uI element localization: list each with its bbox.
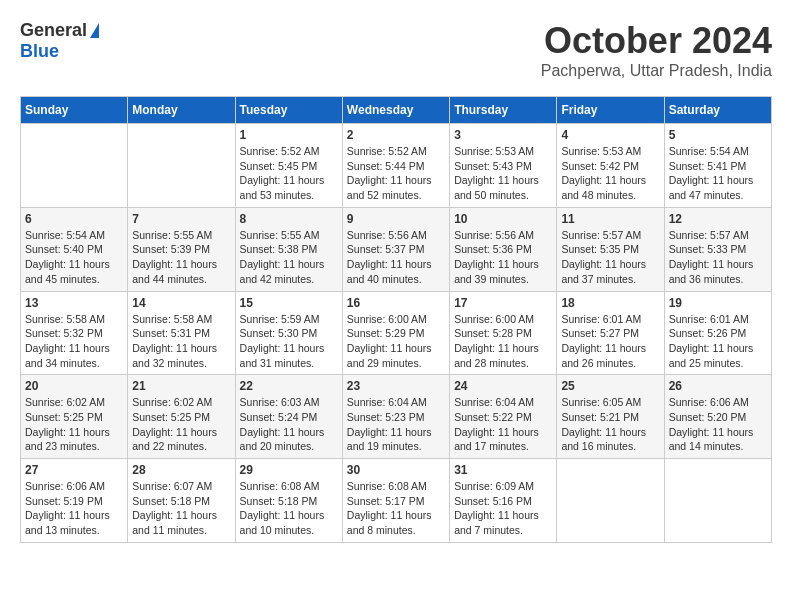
day-number: 26 xyxy=(669,379,767,393)
calendar-day-cell: 20Sunrise: 6:02 AMSunset: 5:25 PMDayligh… xyxy=(21,375,128,459)
day-number: 3 xyxy=(454,128,552,142)
day-info: Sunrise: 5:52 AMSunset: 5:45 PMDaylight:… xyxy=(240,144,338,203)
day-number: 2 xyxy=(347,128,445,142)
calendar-day-cell: 28Sunrise: 6:07 AMSunset: 5:18 PMDayligh… xyxy=(128,459,235,543)
logo-general-text: General xyxy=(20,20,87,41)
calendar-day-cell xyxy=(557,459,664,543)
calendar-day-cell: 8Sunrise: 5:55 AMSunset: 5:38 PMDaylight… xyxy=(235,207,342,291)
day-number: 31 xyxy=(454,463,552,477)
day-number: 23 xyxy=(347,379,445,393)
day-number: 29 xyxy=(240,463,338,477)
day-number: 11 xyxy=(561,212,659,226)
day-info: Sunrise: 5:54 AMSunset: 5:40 PMDaylight:… xyxy=(25,228,123,287)
day-number: 14 xyxy=(132,296,230,310)
calendar-day-cell: 24Sunrise: 6:04 AMSunset: 5:22 PMDayligh… xyxy=(450,375,557,459)
month-title: October 2024 xyxy=(541,20,772,62)
calendar-table: SundayMondayTuesdayWednesdayThursdayFrid… xyxy=(20,96,772,543)
day-info: Sunrise: 6:00 AMSunset: 5:29 PMDaylight:… xyxy=(347,312,445,371)
day-of-week-header: Monday xyxy=(128,97,235,124)
day-of-week-header: Saturday xyxy=(664,97,771,124)
day-number: 27 xyxy=(25,463,123,477)
calendar-day-cell: 1Sunrise: 5:52 AMSunset: 5:45 PMDaylight… xyxy=(235,124,342,208)
calendar-day-cell: 9Sunrise: 5:56 AMSunset: 5:37 PMDaylight… xyxy=(342,207,449,291)
day-info: Sunrise: 5:58 AMSunset: 5:31 PMDaylight:… xyxy=(132,312,230,371)
calendar-day-cell xyxy=(128,124,235,208)
day-info: Sunrise: 6:09 AMSunset: 5:16 PMDaylight:… xyxy=(454,479,552,538)
calendar-day-cell: 30Sunrise: 6:08 AMSunset: 5:17 PMDayligh… xyxy=(342,459,449,543)
logo-blue-text: Blue xyxy=(20,41,59,61)
calendar-day-cell: 2Sunrise: 5:52 AMSunset: 5:44 PMDaylight… xyxy=(342,124,449,208)
day-info: Sunrise: 5:59 AMSunset: 5:30 PMDaylight:… xyxy=(240,312,338,371)
calendar-day-cell: 21Sunrise: 6:02 AMSunset: 5:25 PMDayligh… xyxy=(128,375,235,459)
day-number: 25 xyxy=(561,379,659,393)
day-of-week-header: Wednesday xyxy=(342,97,449,124)
day-number: 19 xyxy=(669,296,767,310)
day-info: Sunrise: 5:53 AMSunset: 5:42 PMDaylight:… xyxy=(561,144,659,203)
calendar-day-cell xyxy=(664,459,771,543)
day-number: 20 xyxy=(25,379,123,393)
day-number: 24 xyxy=(454,379,552,393)
logo: General Blue xyxy=(20,20,99,62)
day-number: 17 xyxy=(454,296,552,310)
calendar-week-row: 6Sunrise: 5:54 AMSunset: 5:40 PMDaylight… xyxy=(21,207,772,291)
day-number: 15 xyxy=(240,296,338,310)
day-info: Sunrise: 5:58 AMSunset: 5:32 PMDaylight:… xyxy=(25,312,123,371)
day-number: 16 xyxy=(347,296,445,310)
calendar-day-cell: 15Sunrise: 5:59 AMSunset: 5:30 PMDayligh… xyxy=(235,291,342,375)
day-of-week-header: Sunday xyxy=(21,97,128,124)
calendar-week-row: 1Sunrise: 5:52 AMSunset: 5:45 PMDaylight… xyxy=(21,124,772,208)
day-number: 5 xyxy=(669,128,767,142)
calendar-day-cell: 5Sunrise: 5:54 AMSunset: 5:41 PMDaylight… xyxy=(664,124,771,208)
day-number: 9 xyxy=(347,212,445,226)
day-info: Sunrise: 6:00 AMSunset: 5:28 PMDaylight:… xyxy=(454,312,552,371)
calendar-day-cell: 19Sunrise: 6:01 AMSunset: 5:26 PMDayligh… xyxy=(664,291,771,375)
calendar-week-row: 13Sunrise: 5:58 AMSunset: 5:32 PMDayligh… xyxy=(21,291,772,375)
calendar-day-cell: 16Sunrise: 6:00 AMSunset: 5:29 PMDayligh… xyxy=(342,291,449,375)
day-number: 4 xyxy=(561,128,659,142)
day-info: Sunrise: 5:53 AMSunset: 5:43 PMDaylight:… xyxy=(454,144,552,203)
day-info: Sunrise: 6:08 AMSunset: 5:17 PMDaylight:… xyxy=(347,479,445,538)
calendar-day-cell: 17Sunrise: 6:00 AMSunset: 5:28 PMDayligh… xyxy=(450,291,557,375)
day-number: 13 xyxy=(25,296,123,310)
day-info: Sunrise: 6:01 AMSunset: 5:26 PMDaylight:… xyxy=(669,312,767,371)
day-number: 12 xyxy=(669,212,767,226)
calendar-day-cell: 23Sunrise: 6:04 AMSunset: 5:23 PMDayligh… xyxy=(342,375,449,459)
day-number: 22 xyxy=(240,379,338,393)
day-number: 30 xyxy=(347,463,445,477)
calendar-day-cell: 14Sunrise: 5:58 AMSunset: 5:31 PMDayligh… xyxy=(128,291,235,375)
day-info: Sunrise: 6:03 AMSunset: 5:24 PMDaylight:… xyxy=(240,395,338,454)
calendar-day-cell: 7Sunrise: 5:55 AMSunset: 5:39 PMDaylight… xyxy=(128,207,235,291)
day-info: Sunrise: 6:02 AMSunset: 5:25 PMDaylight:… xyxy=(132,395,230,454)
calendar-header-row: SundayMondayTuesdayWednesdayThursdayFrid… xyxy=(21,97,772,124)
calendar-day-cell: 10Sunrise: 5:56 AMSunset: 5:36 PMDayligh… xyxy=(450,207,557,291)
calendar-day-cell: 22Sunrise: 6:03 AMSunset: 5:24 PMDayligh… xyxy=(235,375,342,459)
day-of-week-header: Tuesday xyxy=(235,97,342,124)
calendar-day-cell: 4Sunrise: 5:53 AMSunset: 5:42 PMDaylight… xyxy=(557,124,664,208)
day-number: 10 xyxy=(454,212,552,226)
day-info: Sunrise: 6:02 AMSunset: 5:25 PMDaylight:… xyxy=(25,395,123,454)
calendar-week-row: 20Sunrise: 6:02 AMSunset: 5:25 PMDayligh… xyxy=(21,375,772,459)
logo-arrow-icon xyxy=(90,23,99,38)
day-of-week-header: Thursday xyxy=(450,97,557,124)
location-title: Pachperwa, Uttar Pradesh, India xyxy=(541,62,772,80)
day-info: Sunrise: 6:06 AMSunset: 5:20 PMDaylight:… xyxy=(669,395,767,454)
day-number: 28 xyxy=(132,463,230,477)
calendar-day-cell: 26Sunrise: 6:06 AMSunset: 5:20 PMDayligh… xyxy=(664,375,771,459)
day-info: Sunrise: 5:52 AMSunset: 5:44 PMDaylight:… xyxy=(347,144,445,203)
calendar-day-cell: 25Sunrise: 6:05 AMSunset: 5:21 PMDayligh… xyxy=(557,375,664,459)
calendar-day-cell: 12Sunrise: 5:57 AMSunset: 5:33 PMDayligh… xyxy=(664,207,771,291)
calendar-week-row: 27Sunrise: 6:06 AMSunset: 5:19 PMDayligh… xyxy=(21,459,772,543)
day-info: Sunrise: 5:55 AMSunset: 5:38 PMDaylight:… xyxy=(240,228,338,287)
day-info: Sunrise: 5:55 AMSunset: 5:39 PMDaylight:… xyxy=(132,228,230,287)
calendar-day-cell: 18Sunrise: 6:01 AMSunset: 5:27 PMDayligh… xyxy=(557,291,664,375)
day-info: Sunrise: 6:04 AMSunset: 5:22 PMDaylight:… xyxy=(454,395,552,454)
calendar-day-cell: 11Sunrise: 5:57 AMSunset: 5:35 PMDayligh… xyxy=(557,207,664,291)
day-info: Sunrise: 5:57 AMSunset: 5:33 PMDaylight:… xyxy=(669,228,767,287)
day-of-week-header: Friday xyxy=(557,97,664,124)
day-number: 1 xyxy=(240,128,338,142)
page-header: General Blue October 2024 Pachperwa, Utt… xyxy=(20,20,772,80)
day-info: Sunrise: 6:01 AMSunset: 5:27 PMDaylight:… xyxy=(561,312,659,371)
calendar-day-cell: 27Sunrise: 6:06 AMSunset: 5:19 PMDayligh… xyxy=(21,459,128,543)
day-info: Sunrise: 6:04 AMSunset: 5:23 PMDaylight:… xyxy=(347,395,445,454)
day-number: 21 xyxy=(132,379,230,393)
